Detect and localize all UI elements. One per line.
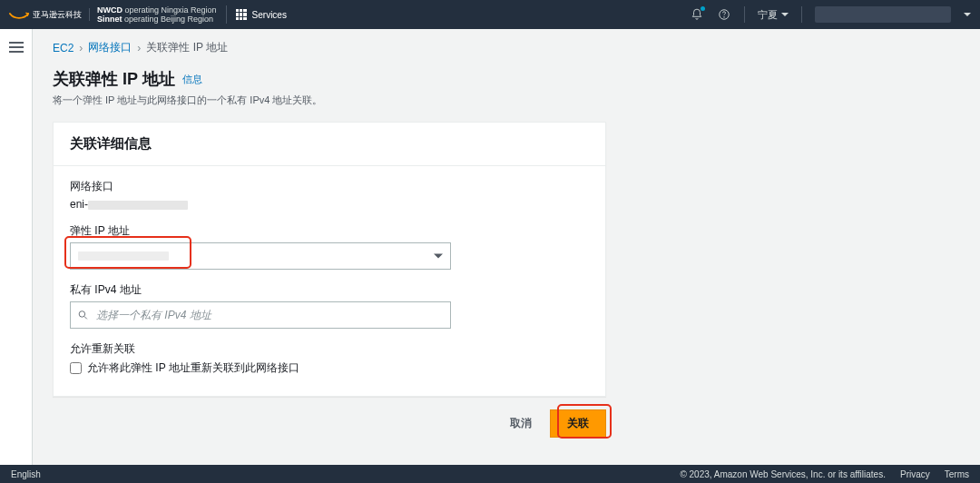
svg-point-1: [724, 17, 725, 18]
account-menu[interactable]: [815, 6, 951, 23]
side-rail: [0, 29, 33, 465]
top-nav: 亚马逊云科技 NWCD operating Ningxia Region Sin…: [0, 0, 980, 29]
page-subtitle: 将一个弹性 IP 地址与此网络接口的一个私有 IPv4 地址关联。: [53, 94, 960, 107]
checkbox-label: 允许将此弹性 IP 地址重新关联到此网络接口: [87, 360, 299, 376]
field-label: 允许重新关联: [70, 341, 589, 357]
cancel-button[interactable]: 取消: [501, 410, 541, 437]
region-label: 宁夏: [758, 8, 778, 22]
chevron-right-icon: ›: [137, 42, 141, 54]
redacted-value: [88, 201, 188, 210]
network-interface-value: eni-: [70, 198, 589, 211]
reassociate-field: 允许重新关联 允许将此弹性 IP 地址重新关联到此网络接口: [70, 341, 589, 376]
associate-button[interactable]: 关联: [550, 409, 606, 438]
panel-header: 关联详细信息: [54, 123, 605, 166]
language-selector[interactable]: English: [11, 469, 44, 479]
redacted-value: [78, 251, 169, 261]
breadcrumb: EC2 › 网络接口 › 关联弹性 IP 地址: [53, 40, 960, 55]
region-selector[interactable]: 宁夏: [758, 8, 789, 22]
caret-down-icon: [964, 13, 971, 16]
help-icon[interactable]: [717, 7, 731, 22]
main-content: EC2 › 网络接口 › 关联弹性 IP 地址 关联弹性 IP 地址 信息 将一…: [33, 29, 980, 465]
chevron-right-icon: ›: [79, 42, 83, 54]
elastic-ip-field: 弹性 IP 地址: [70, 223, 589, 270]
reassociate-checkbox-row[interactable]: 允许将此弹性 IP 地址重新关联到此网络接口: [70, 360, 589, 376]
field-label: 私有 IPv4 地址: [70, 282, 589, 298]
form-actions: 取消 关联: [53, 409, 606, 438]
svg-line-3: [84, 317, 87, 320]
breadcrumb-network-interfaces[interactable]: 网络接口: [88, 40, 132, 55]
brand-logo[interactable]: 亚马逊云科技: [9, 8, 90, 21]
svg-point-2: [79, 311, 85, 318]
breadcrumb-ec2[interactable]: EC2: [53, 42, 74, 54]
nav-separator: [744, 6, 745, 23]
associate-details-panel: 关联详细信息 网络接口 eni- 弹性 IP 地址: [53, 122, 606, 397]
privacy-link[interactable]: Privacy: [900, 469, 930, 479]
copyright-text: © 2023, Amazon Web Services, Inc. or its…: [680, 469, 886, 479]
aws-smile-icon: [9, 8, 29, 21]
info-link[interactable]: 信息: [182, 73, 202, 86]
brand-text: 亚马逊云科技: [33, 10, 82, 19]
search-icon: [77, 310, 89, 321]
nav-separator: [801, 6, 802, 23]
private-ipv4-input[interactable]: [96, 309, 443, 321]
network-interface-field: 网络接口 eni-: [70, 179, 589, 211]
services-label: Services: [252, 10, 287, 20]
operator-text: NWCD operating Ningxia Region Sinnet ope…: [97, 5, 227, 24]
footer: English © 2023, Amazon Web Services, Inc…: [0, 465, 980, 483]
page-title: 关联弹性 IP 地址 信息: [53, 68, 960, 90]
private-ipv4-field: 私有 IPv4 地址: [70, 282, 589, 329]
field-label: 弹性 IP 地址: [70, 223, 589, 239]
terms-link[interactable]: Terms: [945, 469, 969, 479]
reassociate-checkbox[interactable]: [70, 362, 82, 374]
breadcrumb-current: 关联弹性 IP 地址: [146, 40, 228, 55]
caret-down-icon: [781, 13, 789, 16]
caret-down-icon: [434, 254, 443, 259]
elastic-ip-select[interactable]: [70, 242, 451, 270]
sidebar-toggle[interactable]: [9, 42, 24, 53]
services-grid-icon: [236, 9, 247, 20]
services-menu[interactable]: Services: [236, 9, 287, 20]
field-label: 网络接口: [70, 179, 589, 194]
private-ipv4-search[interactable]: [70, 301, 451, 329]
notification-dot-icon: [701, 6, 705, 11]
language-label: English: [11, 469, 41, 479]
notifications-bell-icon[interactable]: [690, 7, 704, 22]
